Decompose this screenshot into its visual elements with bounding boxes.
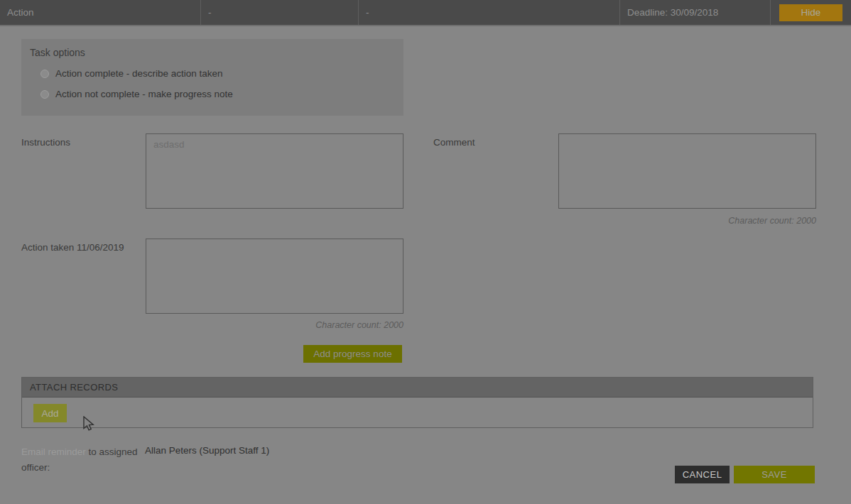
header-cell-3: -	[359, 0, 620, 25]
header-title: Action	[0, 0, 201, 25]
add-progress-note-button[interactable]: Add progress note	[303, 345, 402, 363]
hide-button[interactable]: Hide	[779, 4, 842, 21]
add-record-button[interactable]: Add	[33, 404, 67, 422]
task-options-title: Task options	[30, 47, 85, 58]
instructions-label: Instructions	[21, 137, 70, 148]
assigned-officer-name: Allan Peters (Support Staff 1)	[145, 445, 269, 456]
header-deadline: Deadline: 30/09/2018	[620, 0, 771, 25]
instructions-textarea[interactable]: asdasd	[146, 133, 403, 209]
header-hide-cell: Hide	[771, 0, 851, 25]
radio-button-icon[interactable]	[40, 90, 49, 99]
cancel-button[interactable]: CANCEL	[675, 466, 730, 483]
radio-option-action-not-complete[interactable]: Action not complete - make progress note	[40, 89, 233, 99]
action-taken-textarea[interactable]	[146, 239, 403, 314]
attach-records-panel: ATTACH RECORDS Add	[21, 377, 813, 428]
comment-char-count: Character count: 2000	[558, 216, 816, 226]
email-reminder-link[interactable]: Email reminder	[21, 447, 86, 457]
comment-textarea[interactable]	[558, 133, 816, 209]
save-button[interactable]: SAVE	[734, 466, 815, 483]
header-cell-2: -	[201, 0, 359, 25]
comment-label: Comment	[433, 137, 475, 148]
attach-records-body: Add	[22, 398, 813, 427]
radio-option-action-complete[interactable]: Action complete - describe action taken	[40, 68, 223, 79]
attach-records-header: ATTACH RECORDS	[22, 378, 813, 398]
radio-option-label: Action not complete - make progress note	[55, 89, 233, 99]
action-taken-label: Action taken 11/06/2019	[21, 242, 124, 253]
radio-button-icon[interactable]	[40, 70, 49, 78]
action-taken-char-count: Character count: 2000	[146, 320, 403, 330]
action-header-bar: Action - - Deadline: 30/09/2018 Hide	[0, 0, 851, 26]
email-reminder-text: Email reminder to assigned officer:	[21, 444, 139, 475]
radio-option-label: Action complete - describe action taken	[55, 68, 223, 79]
task-options-panel: Task options Action complete - describe …	[21, 39, 403, 116]
